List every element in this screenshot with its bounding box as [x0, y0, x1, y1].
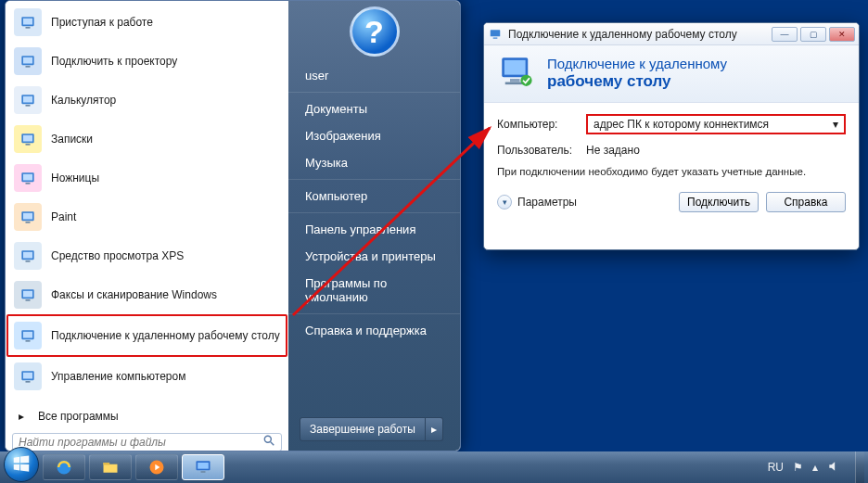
svg-rect-4	[23, 57, 32, 64]
right-nav-item[interactable]: Панель управления	[288, 212, 460, 243]
start-item-calculator[interactable]: Калькулятор	[6, 81, 287, 120]
start-item-label: Факсы и сканирование Windows	[51, 288, 217, 301]
rdp-title: Подключение к удаленному рабочему столу	[508, 28, 737, 41]
taskbar-ie[interactable]	[43, 454, 85, 480]
user-value: Не задано	[586, 144, 640, 157]
start-search[interactable]	[12, 433, 282, 451]
svg-rect-25	[23, 332, 32, 338]
start-item-label: Управление компьютером	[51, 370, 185, 383]
triangle-right-icon: ▸	[14, 409, 29, 424]
help-avatar-icon: ?	[350, 6, 400, 57]
options-expander[interactable]: ▾ Параметры	[497, 195, 577, 210]
svg-rect-11	[26, 144, 31, 146]
svg-rect-16	[23, 213, 32, 220]
start-item-label: Средство просмотра XPS	[51, 249, 184, 262]
start-item-label: Подключение к удаленному рабочему столу	[51, 329, 280, 342]
calculator-icon	[14, 86, 42, 114]
rdp-dialog: Подключение к удаленному рабочему столу …	[483, 22, 860, 250]
start-menu-right-panel: ? userДокументыИзображенияМузыкаКомпьюте…	[288, 1, 460, 451]
start-item-getting-started[interactable]: Приступая к работе	[6, 3, 287, 42]
right-nav-item[interactable]: Справка и поддержка	[288, 313, 460, 344]
projector-icon	[14, 47, 42, 75]
rdp-titlebar[interactable]: Подключение к удаленному рабочему столу …	[484, 23, 859, 45]
svg-rect-10	[23, 135, 32, 142]
start-item-label: Подключить к проектору	[51, 55, 177, 68]
right-nav-item[interactable]: Музыка	[288, 149, 460, 176]
start-item-snipping-tool[interactable]: Ножницы	[6, 159, 287, 197]
svg-rect-41	[104, 463, 110, 465]
start-item-paint[interactable]: Paint	[6, 197, 287, 236]
show-desktop-button[interactable]	[855, 451, 864, 483]
svg-point-30	[264, 436, 271, 442]
svg-rect-19	[23, 252, 32, 259]
shutdown-options-button[interactable]: ▸	[426, 417, 443, 441]
ie-icon	[55, 458, 73, 477]
language-indicator[interactable]: RU	[768, 461, 784, 474]
volume-icon[interactable]	[827, 460, 840, 476]
connect-button[interactable]: Подключить	[679, 192, 759, 212]
system-tray: RU ⚑ ▴	[768, 460, 846, 476]
svg-line-31	[271, 442, 274, 446]
start-item-fax-scan[interactable]: Факсы и сканирование Windows	[6, 275, 287, 314]
right-nav-item[interactable]: Изображения	[288, 122, 460, 149]
svg-rect-26	[26, 340, 31, 342]
start-item-projector[interactable]: Подключить к проектору	[6, 42, 287, 81]
xps-viewer-icon	[14, 242, 42, 270]
search-input[interactable]	[19, 436, 262, 449]
wmp-icon	[147, 458, 166, 477]
maximize-button[interactable]: ▢	[800, 27, 826, 42]
computer-value: адрес ПК к которому коннектимся	[594, 118, 769, 131]
svg-rect-36	[510, 79, 520, 83]
svg-rect-13	[23, 174, 32, 181]
chevron-down-icon: ▾	[833, 118, 838, 131]
close-button[interactable]: ✕	[829, 27, 855, 42]
start-item-sticky-notes[interactable]: Записки	[6, 120, 287, 159]
user-label: Пользователь:	[497, 144, 577, 157]
shutdown-button[interactable]: Завершение работы	[300, 417, 426, 441]
all-programs[interactable]: ▸ Все программы	[6, 403, 287, 429]
right-nav-item[interactable]: Устройства и принтеры	[288, 243, 460, 270]
start-menu: Приступая к работе Подключить к проектор…	[5, 0, 461, 451]
svg-rect-45	[201, 471, 206, 473]
tray-expand-icon[interactable]: ▴	[812, 461, 818, 474]
svg-rect-14	[26, 183, 31, 184]
svg-rect-8	[26, 105, 31, 107]
start-orb[interactable]	[4, 447, 39, 482]
svg-rect-23	[26, 299, 31, 301]
chevron-down-icon: ▾	[497, 195, 512, 210]
all-programs-label: Все программы	[38, 410, 119, 423]
right-nav-item[interactable]: Документы	[288, 92, 460, 122]
rdp-banner-icon	[497, 53, 536, 95]
svg-rect-44	[198, 463, 209, 469]
taskbar-explorer[interactable]	[89, 454, 132, 480]
start-item-label: Калькулятор	[51, 94, 116, 107]
computer-label: Компьютер:	[497, 118, 577, 131]
rdp-banner-text: Подключение к удаленному рабочему столу	[547, 56, 727, 91]
rdp-icon	[14, 322, 42, 350]
fax-scan-icon	[14, 281, 42, 309]
flag-icon[interactable]: ⚑	[793, 461, 803, 474]
svg-rect-33	[493, 37, 498, 38]
paint-icon	[14, 203, 42, 231]
start-item-rdp[interactable]: Подключение к удаленному рабочему столу	[6, 314, 287, 357]
svg-rect-32	[491, 30, 501, 36]
start-menu-left-panel: Приступая к работе Подключить к проектор…	[6, 1, 288, 451]
right-nav-item[interactable]: Компьютер	[288, 179, 460, 210]
right-nav-item[interactable]: user	[288, 62, 460, 89]
right-nav-item[interactable]: Программы по умолчанию	[288, 270, 460, 311]
taskbar-rdp-task[interactable]	[182, 454, 224, 480]
shutdown-group: Завершение работы ▸	[300, 417, 449, 441]
rdp-banner: Подключение к удаленному рабочему столу	[484, 45, 859, 103]
start-item-xps-viewer[interactable]: Средство просмотра XPS	[6, 236, 287, 275]
minimize-button[interactable]: —	[772, 27, 798, 42]
svg-point-38	[520, 74, 531, 85]
svg-rect-22	[23, 291, 32, 298]
computer-combobox[interactable]: адрес ПК к которому коннектимся ▾	[586, 114, 846, 134]
start-item-computer-management[interactable]: Управление компьютером	[6, 357, 287, 396]
start-item-label: Ножницы	[51, 172, 99, 184]
snipping-tool-icon	[14, 164, 42, 192]
rdp-task-icon	[194, 458, 212, 477]
taskbar-wmp[interactable]	[135, 454, 178, 480]
help-button[interactable]: Справка	[766, 192, 846, 212]
svg-rect-28	[23, 373, 32, 379]
